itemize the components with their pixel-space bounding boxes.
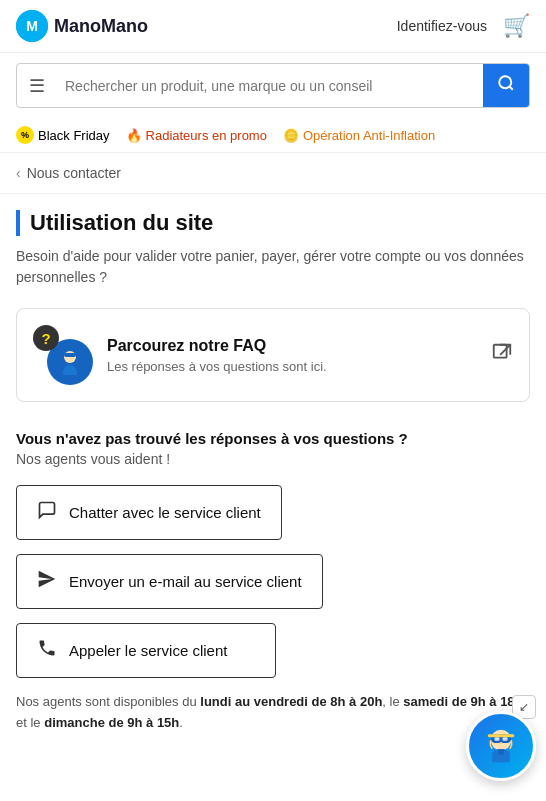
search-input[interactable] <box>57 68 483 104</box>
email-button[interactable]: Envoyer un e-mail au service client <box>16 554 323 609</box>
radiateurs-label: Radiateurs en promo <box>146 128 267 143</box>
logo-icon: M <box>16 10 48 42</box>
minimize-icon: ↙ <box>519 700 529 714</box>
anti-inflation-label: Opération Anti-Inflation <box>303 128 435 143</box>
cart-icon[interactable]: 🛒 <box>503 13 530 39</box>
page-subtitle: Besoin d'aide pour valider votre panier,… <box>16 246 530 288</box>
promo-item-radiateurs[interactable]: 🔥 Radiateurs en promo <box>126 128 267 143</box>
search-button[interactable] <box>483 64 529 107</box>
phone-label: Appeler le service client <box>69 642 227 659</box>
anti-inflation-icon: 🪙 <box>283 128 299 143</box>
chat-button[interactable]: Chatter avec le service client <box>16 485 282 540</box>
hours-text: Nos agents sont disponibles du lundi au … <box>16 692 530 734</box>
faq-title: Parcourez notre FAQ <box>107 337 327 355</box>
email-label: Envoyer un e-mail au service client <box>69 573 302 590</box>
promo-item-anti-inflation[interactable]: 🪙 Opération Anti-Inflation <box>283 128 435 143</box>
chat-label: Chatter avec le service client <box>69 504 261 521</box>
svg-line-7 <box>500 344 510 354</box>
logo[interactable]: M ManoMano <box>16 10 148 42</box>
svg-text:M: M <box>26 18 38 34</box>
svg-point-2 <box>499 76 511 88</box>
black-friday-badge: % <box>16 126 34 144</box>
search-bar: ☰ <box>16 63 530 108</box>
promo-bar: % Black Friday 🔥 Radiateurs en promo 🪙 O… <box>0 118 546 153</box>
section-answer: Nos agents vous aident ! <box>16 451 530 467</box>
svg-rect-14 <box>494 737 499 741</box>
breadcrumb-label: Nous contacter <box>27 165 121 181</box>
svg-rect-18 <box>501 749 504 755</box>
faq-left: ? Parcourez notre FA <box>33 325 327 385</box>
radiateurs-icon: 🔥 <box>126 128 142 143</box>
phone-button[interactable]: Appeler le service client <box>16 623 276 678</box>
back-icon: ‹ <box>16 165 21 181</box>
svg-rect-5 <box>64 353 76 357</box>
svg-rect-19 <box>488 734 514 737</box>
header-right: Identifiez-vous 🛒 <box>397 13 530 39</box>
svg-line-3 <box>509 86 512 89</box>
email-icon <box>37 569 57 594</box>
external-link-icon <box>491 342 513 369</box>
faq-subtitle: Les réponses à vos questions sont ici. <box>107 359 327 374</box>
faq-avatar: ? <box>33 325 93 385</box>
main-content: Utilisation du site Besoin d'aide pour v… <box>0 194 546 750</box>
svg-marker-11 <box>39 571 56 588</box>
breadcrumb[interactable]: ‹ Nous contacter <box>0 153 546 194</box>
login-link[interactable]: Identifiez-vous <box>397 18 487 34</box>
black-friday-label: Black Friday <box>38 128 110 143</box>
page-title: Utilisation du site <box>16 210 530 236</box>
svg-rect-15 <box>502 737 507 741</box>
menu-icon[interactable]: ☰ <box>17 65 57 107</box>
header: M ManoMano Identifiez-vous 🛒 <box>0 0 546 53</box>
chat-icon <box>37 500 57 525</box>
phone-icon <box>37 638 57 663</box>
faq-card[interactable]: ? Parcourez notre FA <box>16 308 530 402</box>
promo-item-black-friday[interactable]: % Black Friday <box>16 126 110 144</box>
svg-rect-17 <box>498 749 501 755</box>
faq-text: Parcourez notre FAQ Les réponses à vos q… <box>107 337 327 374</box>
chatbot-avatar[interactable] <box>466 711 536 781</box>
svg-point-16 <box>500 742 503 744</box>
section-question: Vous n'avez pas trouvé les réponses à vo… <box>16 430 530 447</box>
logo-text: ManoMano <box>54 16 148 37</box>
